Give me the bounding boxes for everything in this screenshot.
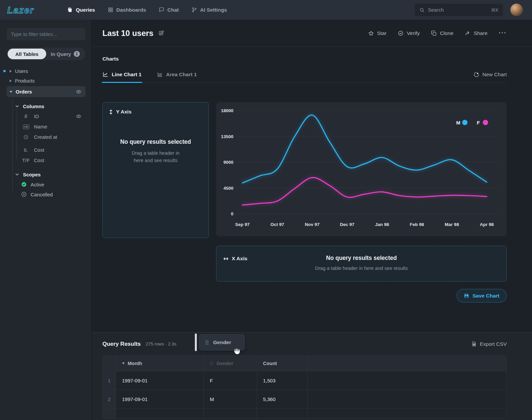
column-item-created-at[interactable]: Created at bbox=[7, 132, 85, 142]
page-title-row: Last 10 users bbox=[102, 29, 164, 38]
columns-group-header[interactable]: Columns bbox=[7, 101, 85, 111]
nav-label: Queries bbox=[76, 7, 95, 13]
column-item-cost-decimal[interactable]: 0. Cost bbox=[7, 145, 85, 155]
tree-item-orders[interactable]: Orders bbox=[7, 86, 85, 97]
tree-label: Products bbox=[15, 78, 35, 84]
table-row: 1 1997-09-01 F 1,503 bbox=[103, 371, 506, 390]
number-icon: # bbox=[22, 113, 30, 119]
decimal-icon: 0. bbox=[22, 147, 30, 153]
user-avatar[interactable] bbox=[510, 4, 523, 16]
search-icon bbox=[419, 7, 425, 13]
clone-button[interactable]: Clone bbox=[431, 30, 454, 36]
svg-text:Lazer: Lazer bbox=[7, 5, 34, 15]
chat-icon bbox=[159, 7, 164, 13]
chip-label: Gender bbox=[213, 339, 231, 345]
edit-title-icon[interactable] bbox=[158, 30, 164, 36]
eye-icon[interactable] bbox=[76, 113, 81, 119]
chevron-down-icon bbox=[15, 172, 19, 177]
scope-item-active[interactable]: Active bbox=[7, 179, 85, 189]
clone-icon bbox=[431, 30, 437, 36]
line-chart: 0450090001350018000Sep 97Oct 97Nov 97Dec… bbox=[216, 102, 505, 236]
page-title: Last 10 users bbox=[102, 29, 153, 38]
eye-icon[interactable] bbox=[76, 89, 81, 95]
app-window: Lazer Queries Dashboards Chat bbox=[0, 0, 532, 420]
tree-item-users[interactable]: Users bbox=[7, 66, 85, 76]
column-label: Cost bbox=[34, 147, 44, 153]
group-label: Columns bbox=[23, 104, 44, 109]
query-header: Last 10 users Star bbox=[92, 20, 532, 47]
y-axis-zone-label: Y Axis bbox=[116, 109, 132, 115]
toggle-label: In Query bbox=[51, 51, 71, 57]
export-csv-label: Export CSV bbox=[480, 341, 507, 347]
column-header-month[interactable]: Month bbox=[116, 356, 204, 371]
scopes-group-header[interactable]: Scopes bbox=[7, 169, 85, 179]
boolean-icon: T/F bbox=[22, 158, 30, 163]
cell-gender: M bbox=[204, 390, 257, 408]
nav-label: AI Settings bbox=[200, 7, 227, 13]
column-label: Name bbox=[34, 124, 47, 129]
nav-menu: Queries Dashboards Chat AI Settings bbox=[67, 7, 227, 13]
svg-text:Nov 97: Nov 97 bbox=[305, 222, 320, 227]
svg-text:F: F bbox=[477, 120, 480, 125]
grip-dots-icon bbox=[210, 361, 213, 366]
svg-text:Mar 98: Mar 98 bbox=[445, 222, 459, 227]
tree-item-products[interactable]: Products bbox=[7, 76, 85, 86]
row-number-header bbox=[103, 356, 116, 371]
query-results-section: Query Results 275 rows · 2.3s Gender bbox=[92, 332, 532, 420]
sidebar: All Tables In Query 1 Users Products bbox=[0, 20, 92, 420]
save-chart-button[interactable]: Save Chart bbox=[457, 289, 507, 303]
top-nav: Lazer Queries Dashboards Chat bbox=[0, 0, 532, 20]
column-item-name[interactable]: AB Name bbox=[7, 121, 85, 132]
header-label: Count bbox=[263, 361, 277, 366]
tab-area-chart-1[interactable]: Area Chart 1 bbox=[157, 72, 197, 83]
queries-icon bbox=[67, 7, 73, 13]
header-actions: Star Verify Clone bbox=[368, 30, 507, 37]
nav-item-ai-settings[interactable]: AI Settings bbox=[192, 7, 227, 13]
table-row-partial bbox=[103, 408, 506, 418]
new-chart-button[interactable]: New Chart bbox=[473, 72, 507, 83]
svg-text:Jan 98: Jan 98 bbox=[375, 222, 389, 227]
table-filter-input[interactable] bbox=[7, 28, 85, 40]
y-axis-drop-zone[interactable]: Y Axis No query results selected Drag a … bbox=[102, 102, 209, 238]
save-chart-label: Save Chart bbox=[472, 293, 499, 299]
scope-item-cancelled[interactable]: Cancelled bbox=[7, 189, 85, 199]
nav-item-chat[interactable]: Chat bbox=[159, 7, 179, 13]
nav-item-queries[interactable]: Queries bbox=[67, 7, 95, 13]
in-query-count-badge: 1 bbox=[74, 51, 80, 57]
header-label: Gender bbox=[216, 361, 233, 366]
column-header-count[interactable]: Count bbox=[257, 356, 308, 371]
verify-button[interactable]: Verify bbox=[398, 30, 420, 36]
arrows-horizontal-icon bbox=[223, 257, 229, 261]
search-input[interactable]: Search ⌘K bbox=[415, 4, 503, 16]
cell-month: 1997-09-01 bbox=[116, 390, 204, 408]
cell-gender: F bbox=[204, 371, 257, 390]
x-axis-drop-zone[interactable]: X Axis No query results selected Drag a … bbox=[216, 246, 507, 282]
toggle-label: All Tables bbox=[15, 51, 39, 57]
column-item-id[interactable]: # ID bbox=[7, 111, 85, 121]
row-number: 2 bbox=[103, 390, 116, 408]
cell-month bbox=[116, 409, 204, 418]
column-label: ID bbox=[34, 113, 39, 119]
tab-line-chart-1[interactable]: Line Chart 1 bbox=[102, 72, 142, 83]
toggle-all-tables[interactable]: All Tables bbox=[8, 49, 46, 59]
table-header-row: Month Gender Count bbox=[103, 356, 506, 371]
star-button[interactable]: Star bbox=[368, 30, 386, 36]
toggle-in-query[interactable]: In Query 1 bbox=[46, 49, 85, 59]
svg-text:Apr 98: Apr 98 bbox=[480, 222, 494, 227]
export-csv-button[interactable]: Export CSV bbox=[471, 341, 507, 347]
results-title: Query Results bbox=[102, 341, 141, 347]
nav-item-dashboards[interactable]: Dashboards bbox=[108, 7, 146, 13]
tree-indent-guide bbox=[12, 99, 13, 191]
row-number bbox=[103, 409, 116, 418]
action-label: Verify bbox=[407, 30, 420, 36]
scope-label: Active bbox=[31, 182, 44, 187]
tables-tree: Users Products Orders bbox=[7, 66, 85, 199]
arrows-vertical-icon bbox=[109, 109, 113, 115]
column-item-cost-boolean[interactable]: T/F Cost bbox=[7, 155, 85, 165]
tab-label: Line Chart 1 bbox=[112, 72, 142, 78]
more-menu-button[interactable]: ··· bbox=[499, 30, 507, 37]
share-button[interactable]: Share bbox=[465, 30, 487, 36]
scope-label: Cancelled bbox=[31, 192, 53, 197]
header-filler bbox=[308, 356, 506, 371]
column-header-gender[interactable]: Gender bbox=[204, 356, 257, 371]
